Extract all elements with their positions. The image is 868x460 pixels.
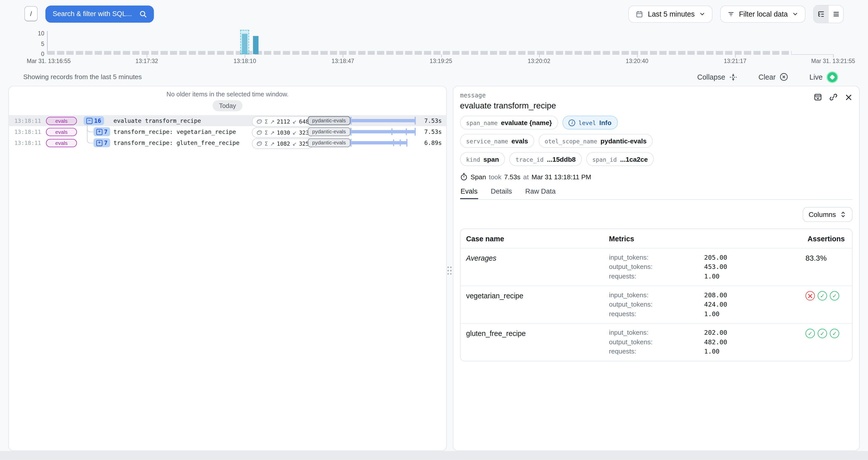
sent-tokens: 2112 (277, 118, 290, 124)
evals-badge: evals (46, 117, 77, 125)
column-header-metrics: Metrics (609, 235, 704, 243)
list-view-icon (832, 10, 840, 18)
dock-panel-icon[interactable] (814, 93, 822, 101)
status-bar-actions: Collapse Clear Live (694, 71, 841, 84)
metric-label: output_tokens: (609, 262, 704, 272)
metric-label: input_tokens: (609, 291, 704, 300)
evals-badge: evals (46, 128, 77, 136)
metric-label: requests: (609, 347, 704, 356)
copy-link-icon[interactable] (829, 93, 838, 101)
time-range-button[interactable]: Last 5 minutes (628, 5, 712, 22)
live-indicator-icon (827, 71, 838, 83)
panel-resize-handle[interactable] (447, 265, 452, 274)
table-row: vegetarian_recipe input_tokens: output_t… (461, 286, 852, 323)
view-mode-toggle (813, 5, 844, 23)
sigma-icon: Σ (265, 129, 268, 135)
sent-arrow-icon: ↗ (270, 129, 275, 135)
tree-view-button[interactable] (814, 5, 828, 22)
clear-button[interactable]: Clear (755, 72, 792, 82)
sent-arrow-icon: ↗ (270, 118, 275, 124)
x-axis-label: 13:18:10 (206, 58, 284, 64)
columns-button[interactable]: Columns (802, 207, 852, 222)
span-label: Span (470, 173, 486, 181)
sent-tokens: 1082 (277, 140, 290, 146)
detail-title: evaluate transform_recipe (460, 101, 556, 110)
level-pill[interactable]: i level Info (562, 116, 618, 130)
filter-local-data-button[interactable]: Filter local data (720, 5, 805, 22)
y-axis-label: 10 (28, 30, 44, 36)
column-header-assertions: Assertions (796, 235, 848, 243)
level-value: Info (599, 119, 611, 127)
duration-bar (350, 139, 416, 146)
attribute-value: evaluate {name} (501, 119, 552, 127)
attribute-key: trace_id (516, 156, 544, 162)
clear-circle-x-icon (780, 72, 788, 81)
metric-value: 202.00 (704, 328, 796, 337)
trace-row[interactable]: 13:18:11 evals + 7 transform_recipe: veg… (9, 126, 446, 137)
trace-row[interactable]: 13:18:11 evals − 16 evaluate transform_r… (9, 115, 446, 126)
trace-row[interactable]: 13:18:11 evals + 7 transform_recipe: glu… (9, 137, 446, 149)
expand-children-badge[interactable]: + 7 (93, 138, 110, 147)
search-button[interactable]: Search & filter with SQL... (45, 5, 154, 22)
assertion-status-icon (805, 329, 815, 338)
received-tokens: 648 (299, 118, 309, 124)
child-count: 7 (104, 139, 107, 146)
attribute-key: otel_scope_name (545, 138, 597, 144)
tab-raw-data[interactable]: Raw Data (525, 188, 556, 199)
metric-value: 453.00 (704, 262, 796, 272)
today-pill[interactable]: Today (213, 100, 243, 111)
duration-text: 7.53s (412, 128, 442, 135)
evals-table: Case name Metrics Assertions Averages in… (460, 229, 853, 361)
attribute-value: span (484, 155, 499, 163)
search-icon (140, 10, 147, 18)
attribute-pill[interactable]: kind span (460, 152, 505, 166)
expand-children-badge[interactable]: + 7 (93, 127, 110, 136)
metric-label: requests: (609, 309, 704, 319)
metric-value: 424.00 (704, 300, 796, 309)
table-row: gluten_free_recipe input_tokens: output_… (461, 323, 852, 361)
column-header-case-name: Case name (466, 235, 609, 243)
tab-details[interactable]: Details (490, 188, 513, 199)
page-bottom-strip (0, 451, 868, 460)
attribute-pill[interactable]: span_name evaluate {name} (460, 116, 558, 130)
live-toggle[interactable]: Live (806, 71, 841, 84)
tab-evals[interactable]: Evals (460, 188, 478, 199)
attribute-value: pydantic-evals (600, 137, 647, 145)
assertion-status-icon (830, 291, 839, 300)
sort-chevrons-icon (840, 211, 846, 218)
time-range-label: Last 5 minutes (648, 10, 694, 18)
x-axis-tick (245, 54, 245, 58)
assertions-percentage: 83.3% (805, 253, 848, 262)
duration-bar (350, 128, 416, 136)
close-icon[interactable] (845, 93, 852, 101)
x-axis-label: Mar 31. 13:21:55 (795, 58, 868, 64)
list-view-button[interactable] (828, 5, 843, 22)
top-bar-right: Last 5 minutes Filter local data (628, 5, 844, 23)
detail-kicker: message (460, 92, 556, 99)
attribute-pill[interactable]: span_id ...1ca2ce (586, 152, 654, 166)
x-axis-label: 13:19:25 (402, 58, 480, 64)
status-bar: Showing records from the last 5 minutes … (0, 70, 868, 84)
attribute-value: ...15ddb8 (547, 155, 576, 163)
attribute-row: span_name evaluate {name} i level Info (460, 116, 853, 130)
assertion-status-icon (817, 291, 827, 300)
case-name: gluten_free_recipe (466, 328, 609, 356)
span-detail-panel: message evaluate transform_recipe (453, 86, 860, 451)
attribute-pill[interactable]: otel_scope_name pydantic-evals (538, 134, 652, 147)
timeline-selection (240, 30, 249, 54)
x-axis-label: 13:17:32 (108, 58, 186, 64)
attribute-pill[interactable]: service_name evals (460, 134, 534, 147)
collapse-children-badge[interactable]: − 16 (84, 116, 104, 125)
row-timestamp: 13:18:11 (14, 140, 46, 146)
timeline-bar-1[interactable] (253, 36, 258, 54)
span-name-text: transform_recipe: gluten_free_recipe (114, 139, 240, 146)
x-axis-label: Mar 31. 13:16:55 (10, 58, 88, 64)
token-metrics-pill: Σ ↗ 1030 ↙ 323 (252, 127, 313, 138)
app: / Search & filter with SQL... Last 5 min… (0, 0, 868, 460)
attribute-key: service_name (466, 138, 508, 144)
collapse-button[interactable]: Collapse (694, 72, 741, 81)
row-timestamp: 13:18:11 (14, 118, 46, 124)
attribute-pill[interactable]: trace_id ...15ddb8 (509, 152, 582, 166)
timeline-baseline (48, 51, 792, 55)
plus-square-icon: + (96, 140, 102, 146)
